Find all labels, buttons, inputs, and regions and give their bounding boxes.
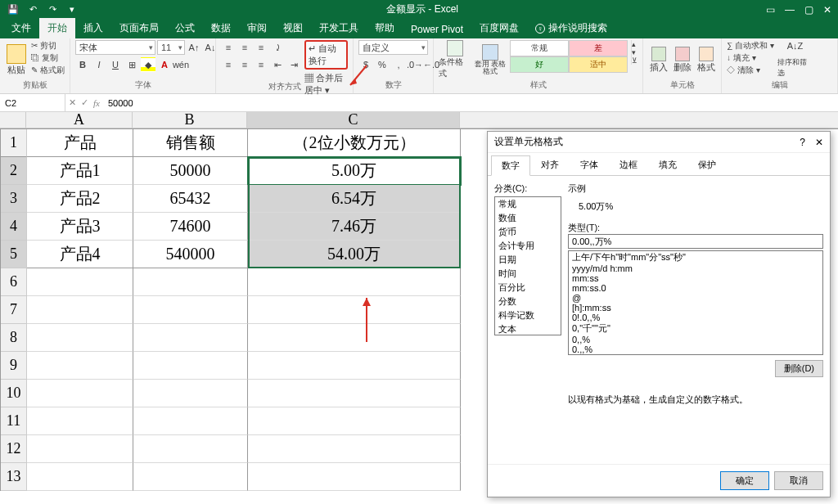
dlg-tab-align[interactable]: 对齐	[530, 155, 570, 175]
row-header[interactable]: 4	[1, 213, 27, 241]
maximize-icon[interactable]: ▢	[804, 4, 813, 16]
format-painter-button[interactable]: ✎ 格式刷	[31, 65, 65, 76]
tab-review[interactable]: 审阅	[239, 18, 275, 38]
row-header[interactable]: 1	[1, 129, 27, 157]
tab-developer[interactable]: 开发工具	[311, 18, 367, 38]
dlg-tab-number[interactable]: 数字	[491, 155, 530, 176]
row-header[interactable]: 10	[1, 380, 27, 407]
row-header[interactable]: 9	[1, 352, 27, 380]
tab-view[interactable]: 视图	[275, 18, 311, 38]
cut-button[interactable]: ✂ 剪切	[31, 40, 65, 52]
font-name-combo[interactable]: 宋体	[75, 40, 155, 55]
style-gallery-nav[interactable]: ▴▾⊻	[631, 40, 638, 65]
align-bottom-icon[interactable]: ≡	[254, 40, 268, 55]
comma-icon[interactable]: ,	[391, 57, 406, 72]
cell[interactable]: 产品2	[27, 185, 133, 213]
cell[interactable]: （2位小数万元）	[248, 129, 461, 157]
dlg-tab-fill[interactable]: 填充	[648, 155, 687, 175]
category-listbox[interactable]: 常规 数值 货币 会计专用 日期 时间 百分比 分数 科学记数 文本 特殊 自定…	[494, 196, 561, 335]
cell[interactable]: 54.00万	[248, 241, 461, 268]
align-top-icon[interactable]: ≡	[221, 40, 236, 55]
row-header[interactable]: 2	[1, 157, 27, 185]
select-all-corner[interactable]	[0, 112, 26, 128]
align-middle-icon[interactable]: ≡	[237, 40, 252, 55]
cell[interactable]: 65432	[133, 185, 248, 213]
dialog-close-icon[interactable]: ✕	[815, 137, 823, 148]
tab-baidu[interactable]: 百度网盘	[471, 18, 527, 38]
border-button[interactable]: ⊞	[124, 57, 139, 72]
col-header-a[interactable]: A	[26, 112, 133, 128]
tab-pagelayout[interactable]: 页面布局	[111, 18, 167, 38]
bold-button[interactable]: B	[75, 57, 90, 72]
close-icon[interactable]: ✕	[823, 4, 831, 16]
style-bad[interactable]: 差	[569, 40, 628, 56]
percent-icon[interactable]: %	[375, 57, 390, 72]
align-right-icon[interactable]: ≡	[254, 57, 268, 72]
cancel-button[interactable]: 取消	[774, 471, 823, 490]
currency-icon[interactable]: $	[358, 57, 373, 72]
font-size-combo[interactable]: 11	[157, 40, 185, 55]
cell[interactable]: 540000	[133, 241, 248, 268]
tab-home[interactable]: 开始	[39, 18, 75, 38]
italic-button[interactable]: I	[92, 57, 106, 72]
cell[interactable]: 7.46万	[248, 213, 461, 241]
cell[interactable]: 产品1	[27, 157, 133, 185]
dlg-tab-border[interactable]: 边框	[609, 155, 648, 175]
row-header[interactable]: 7	[1, 296, 27, 324]
cell[interactable]: 74600	[133, 213, 248, 241]
align-center-icon[interactable]: ≡	[237, 57, 252, 72]
style-normal[interactable]: 常规	[510, 40, 569, 56]
tab-powerpivot[interactable]: Power Pivot	[403, 20, 471, 38]
style-neutral[interactable]: 适中	[569, 56, 628, 73]
fx-enter-icon[interactable]: ✓	[81, 97, 88, 108]
insert-button[interactable]: 插入	[648, 40, 669, 79]
fx-icon[interactable]: fx	[93, 98, 100, 108]
undo-icon[interactable]: ↶	[26, 3, 39, 16]
tab-data[interactable]: 数据	[203, 18, 239, 38]
dlg-tab-font[interactable]: 字体	[570, 155, 609, 175]
format-button[interactable]: 格式	[696, 40, 716, 79]
align-left-icon[interactable]: ≡	[221, 57, 236, 72]
cell[interactable]: 50000	[133, 157, 248, 185]
dialog-help-icon[interactable]: ?	[800, 137, 805, 148]
indent-dec-icon[interactable]: ⇤	[270, 57, 285, 72]
cell[interactable]: 产品3	[27, 213, 133, 241]
type-listbox[interactable]: 上午/下午h"时"mm"分"ss"秒" yyyy/m/d h:mm mm:ss …	[568, 250, 823, 355]
copy-button[interactable]: ⿻ 复制	[31, 52, 65, 64]
increase-font-icon[interactable]: A↑	[187, 40, 201, 55]
cell[interactable]: 销售额	[133, 129, 248, 157]
table-format-button[interactable]: 套用 表格格式	[475, 40, 507, 79]
tab-formulas[interactable]: 公式	[167, 18, 203, 38]
row-header[interactable]: 8	[1, 324, 27, 352]
qat-more-icon[interactable]: ▾	[65, 3, 79, 16]
row-header[interactable]: 12	[1, 435, 27, 463]
tab-insert[interactable]: 插入	[75, 18, 111, 38]
name-box[interactable]: C2	[0, 94, 65, 111]
wrap-text-button[interactable]: ↵ 自动换行	[304, 40, 348, 70]
paste-button[interactable]: 粘贴	[5, 40, 28, 79]
sort-filter-button[interactable]: A↓Z 排序和筛选	[777, 40, 813, 79]
row-header[interactable]: 5	[1, 241, 27, 268]
inc-decimal-icon[interactable]: .0→	[408, 57, 422, 72]
orientation-icon[interactable]: ⤸	[270, 40, 285, 55]
style-good[interactable]: 好	[510, 56, 569, 73]
row-header[interactable]: 6	[1, 268, 27, 296]
font-color-button[interactable]: A	[157, 57, 172, 72]
indent-inc-icon[interactable]: ⇥	[286, 57, 301, 72]
cell[interactable]: 产品4	[27, 241, 133, 268]
dlg-tab-protect[interactable]: 保护	[687, 155, 727, 175]
formula-input[interactable]: 50000	[103, 98, 838, 108]
clear-button[interactable]: ◇ 清除 ▾	[727, 65, 774, 76]
save-icon[interactable]: 💾	[7, 3, 20, 16]
underline-button[interactable]: U	[108, 57, 123, 72]
fill-button[interactable]: ↓ 填充 ▾	[727, 52, 774, 64]
tab-help[interactable]: 帮助	[367, 18, 403, 38]
type-input[interactable]	[568, 234, 823, 249]
ok-button[interactable]: 确定	[720, 471, 769, 490]
cell-active[interactable]: 5.00万	[248, 157, 461, 185]
fx-cancel-icon[interactable]: ✕	[69, 97, 76, 108]
row-header[interactable]: 13	[1, 463, 27, 491]
col-header-b[interactable]: B	[133, 112, 247, 128]
tab-file[interactable]: 文件	[3, 18, 39, 38]
delete-button[interactable]: 删除	[672, 40, 692, 79]
